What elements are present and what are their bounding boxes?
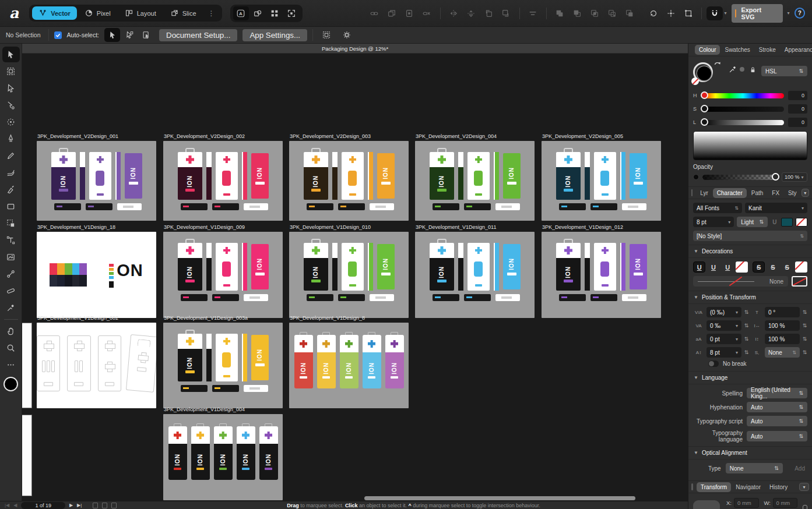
select-cursor-button[interactable] <box>104 28 120 42</box>
frame-text-tool[interactable] <box>2 232 20 248</box>
tab-fx[interactable]: FX <box>768 188 783 198</box>
colour-selector[interactable] <box>693 61 723 87</box>
artboard[interactable]: ION ION <box>542 141 661 221</box>
point-snap-button[interactable] <box>663 6 679 20</box>
first-page-button[interactable]: |◀ <box>5 503 9 508</box>
shape-overlap-button[interactable] <box>250 6 266 20</box>
position-transform-header[interactable]: ▼ Position & Transform <box>688 291 812 304</box>
artboard[interactable]: ION ION <box>415 141 535 221</box>
artboard-label[interactable]: 3PK_Development_V2Design_001 <box>37 133 118 139</box>
panel-menu-button[interactable]: ▾ <box>799 483 809 491</box>
next-page-button[interactable]: ▶ <box>69 503 73 508</box>
baseline-input[interactable]: 0 pt▾ <box>706 334 741 344</box>
optical-type-select[interactable]: None ⇅ <box>726 463 783 473</box>
anchor-point-selector[interactable] <box>693 500 720 509</box>
lock-icon[interactable] <box>749 61 757 74</box>
transform-box-button[interactable] <box>681 6 697 20</box>
artboard-label[interactable]: 3PK_Development_V2Design_003 <box>290 133 371 139</box>
artboard-label[interactable]: 3PK_Development_V1Design_012 <box>542 224 623 230</box>
underline-button[interactable]: U <box>693 261 705 273</box>
export-svg-button[interactable]: Export SVG <box>732 4 783 23</box>
hue-knob[interactable] <box>701 91 708 99</box>
panel-menu-button[interactable]: ▾ <box>802 189 809 197</box>
panel-grip[interactable] <box>691 483 693 490</box>
colour-model-select[interactable]: HSL ⇅ <box>761 66 807 76</box>
leading-input[interactable]: 8 pt▾ <box>706 347 741 358</box>
artboard-label[interactable]: 3PK_Development_V2Design_004 <box>416 133 497 139</box>
hyphenation-select[interactable]: Auto⇅ <box>747 402 807 412</box>
optical-alignment-header[interactable]: ▼ Optical Alignment <box>688 446 812 459</box>
strikethrough-button[interactable]: S <box>753 261 765 273</box>
hue-slider[interactable] <box>702 93 784 98</box>
last-page-button[interactable]: ▶| <box>77 503 82 508</box>
transform-w-input[interactable]: 0 mm <box>773 498 798 508</box>
tab-swatches[interactable]: Swatches <box>720 45 754 55</box>
add-button[interactable]: Add <box>795 465 807 472</box>
artboard[interactable]: ION ION <box>289 141 409 221</box>
more-tools[interactable] <box>2 357 20 373</box>
tab-transform[interactable]: Transform <box>697 482 731 492</box>
artboard[interactable]: ION ION <box>163 141 283 221</box>
stepper[interactable]: ⇅ <box>802 349 807 355</box>
corner-tool[interactable] <box>2 114 20 130</box>
no-colour-swatch[interactable] <box>691 77 699 85</box>
settings-gear-button[interactable] <box>339 28 354 42</box>
text-a-button[interactable]: A <box>233 6 249 20</box>
pen-tool[interactable] <box>2 131 20 147</box>
vector-brush-tool[interactable] <box>2 165 20 181</box>
stepper[interactable]: ⇅ <box>802 323 807 328</box>
artboard-label[interactable]: 3PK_Development_V1Design_18 <box>37 224 115 230</box>
persona-slice[interactable]: Slice <box>164 6 203 20</box>
saturation-knob[interactable] <box>701 105 708 112</box>
rectangle-tool[interactable] <box>2 199 20 214</box>
v-scale-input[interactable]: 100 % <box>765 334 800 344</box>
artboard-label[interactable]: 3PK_Development_V2Design_002 <box>164 133 245 139</box>
page-indicator[interactable]: 1 of 19 <box>21 502 65 509</box>
link-dimensions-icon[interactable] <box>803 505 807 509</box>
node-tool[interactable] <box>2 80 20 96</box>
artboard[interactable]: ION ION <box>163 323 283 408</box>
artboard[interactable]: ION ION <box>542 232 661 318</box>
text-style-select[interactable]: [No Style] ⇅ <box>693 231 807 241</box>
shape-tool[interactable] <box>2 215 20 231</box>
horizontal-scrollbar[interactable] <box>364 496 635 500</box>
font-collection-select[interactable]: All Fonts ⇅ <box>693 203 742 213</box>
document-setup-button[interactable]: Document Setup... <box>159 29 237 41</box>
stepper[interactable]: ⇅ <box>802 336 807 342</box>
tab-path[interactable]: Path <box>747 188 768 198</box>
view-tool[interactable] <box>2 323 20 339</box>
decorations-header[interactable]: ▼ Decorations <box>688 245 812 258</box>
artboard[interactable]: ION ION <box>415 232 535 318</box>
typography-language-select[interactable]: Auto⇅ <box>747 431 807 441</box>
opacity-slider[interactable] <box>702 175 778 180</box>
artboard[interactable]: ON <box>37 232 156 318</box>
app-settings-button[interactable]: App Settings... <box>242 29 307 41</box>
two-page-view-icon[interactable] <box>102 503 107 508</box>
typography-script-select[interactable]: Auto⇅ <box>747 416 807 426</box>
artboard[interactable]: ION ION <box>37 141 156 221</box>
export-chevron-icon[interactable]: ▾ <box>788 10 790 16</box>
artboard-label[interactable]: 3PK_Development_V1Design_004 <box>164 407 245 412</box>
tracking-input[interactable]: 0 ‰▾ <box>706 320 741 331</box>
decoration-colour-swatch[interactable] <box>792 276 807 287</box>
tab-history[interactable]: History <box>765 482 792 492</box>
underline-double-button[interactable]: U <box>722 261 734 273</box>
font-weight-select[interactable]: Light ⇅ <box>737 217 768 227</box>
strikethrough-colour-swatch[interactable] <box>795 261 807 273</box>
strikethrough-single-button[interactable]: S <box>767 261 779 273</box>
artboard-label[interactable]: 3PK_Development_V1Design_010 <box>290 224 371 230</box>
strikethrough-double-button[interactable]: S <box>781 261 793 273</box>
h-scale-input[interactable]: 100 % <box>765 320 800 331</box>
tab-navigator[interactable]: Navigator <box>732 482 765 492</box>
shear-input[interactable]: 0 ° <box>765 307 800 317</box>
capitals-input[interactable]: None⇅ <box>765 347 800 358</box>
persona-vector[interactable]: Vector <box>32 6 77 20</box>
artboard[interactable]: ION ION <box>289 232 409 318</box>
stepper[interactable]: ⇅ <box>802 309 807 315</box>
snapping-button[interactable]: ▾ <box>706 6 727 20</box>
artboard-tool[interactable] <box>2 63 20 79</box>
stepper[interactable]: ⇅ <box>744 349 749 355</box>
tab-styles[interactable]: Sty <box>784 188 800 198</box>
artboard[interactable] <box>37 323 156 408</box>
page-view-icon[interactable] <box>93 503 98 508</box>
